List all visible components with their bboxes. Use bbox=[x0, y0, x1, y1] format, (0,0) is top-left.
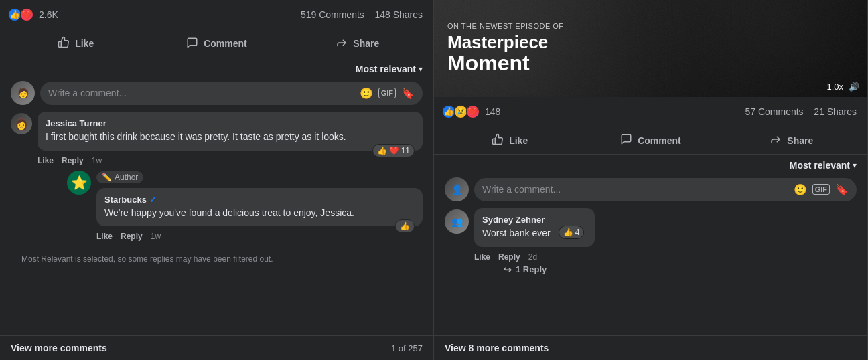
sydney-comment-actions: Like Reply 2d bbox=[474, 252, 857, 262]
video-title-line1: Masterpiece bbox=[447, 33, 854, 52]
sydney-reply-link[interactable]: ↪ 1 Reply bbox=[474, 262, 857, 278]
right-stats-text: 57 Comments 21 Shares bbox=[745, 106, 857, 117]
sydney-time: 2d bbox=[528, 252, 537, 262]
starbucks-comment-bubble: Starbucks ✓ We're happy you've found a d… bbox=[96, 188, 423, 227]
right-user-avatar: 👤 bbox=[445, 177, 469, 201]
sydney-like-reaction: 👍 bbox=[563, 228, 573, 237]
right-comment-input-box[interactable]: Write a comment... 🙂 GIF 🔖 bbox=[474, 178, 857, 201]
video-controls: 1.0x 🔊 bbox=[826, 82, 859, 92]
right-like-icon bbox=[492, 133, 504, 147]
starbucks-comment-text: We're happy you've found a delicious tre… bbox=[104, 207, 415, 220]
right-input-icons: 🙂 GIF 🔖 bbox=[794, 183, 849, 196]
right-comment-icon bbox=[620, 133, 632, 147]
jessica-comment-actions: Like Reply 1w bbox=[38, 156, 423, 165]
sticker-icon[interactable]: 🔖 bbox=[401, 87, 415, 100]
left-sort-label[interactable]: Most relevant bbox=[356, 64, 416, 74]
left-stats-text: 519 Comments 148 Shares bbox=[301, 9, 423, 20]
pen-icon: ✏️ bbox=[102, 173, 112, 182]
like-icon bbox=[58, 36, 70, 51]
left-view-more-button[interactable]: View more comments bbox=[11, 343, 107, 353]
jessica-like-reaction: 👍 bbox=[377, 146, 387, 155]
right-like-label: Like bbox=[509, 135, 528, 146]
starbucks-like-reaction: 👍 bbox=[400, 221, 410, 231]
reply-arrow-icon: ↪ bbox=[504, 264, 512, 275]
right-love-emoji: ❤️ bbox=[466, 105, 480, 118]
share-icon bbox=[336, 37, 348, 51]
comment-icon bbox=[186, 37, 198, 51]
left-comment-placeholder: Write a comment... bbox=[48, 88, 127, 98]
left-like-label: Like bbox=[75, 38, 94, 49]
video-subtitle: ON THE NEWEST EPISODE OF bbox=[447, 22, 854, 30]
video-speed[interactable]: 1.0x bbox=[826, 82, 843, 92]
left-like-button[interactable]: Like bbox=[5, 31, 146, 56]
author-badge: ✏️ Author bbox=[96, 171, 143, 183]
jessica-like-btn[interactable]: Like bbox=[38, 156, 54, 165]
right-gif-icon[interactable]: GIF bbox=[812, 184, 830, 195]
right-comment-placeholder: Write a comment... bbox=[482, 184, 561, 195]
right-sort-chevron: ▾ bbox=[853, 161, 857, 170]
right-panel: ON THE NEWEST EPISODE OF Masterpiece Mom… bbox=[434, 0, 868, 360]
starbucks-comment-actions: Like Reply 1w bbox=[96, 232, 423, 241]
right-view-more-bar: View 8 more comments bbox=[434, 335, 867, 360]
left-input-icons: 🙂 GIF 🔖 bbox=[360, 87, 415, 100]
filter-notice: Most Relevant is selected, so some repli… bbox=[11, 252, 423, 266]
right-emoji-icon[interactable]: 🙂 bbox=[794, 183, 807, 196]
starbucks-reply-container: ⭐ ✏️ Author Starbucks bbox=[67, 171, 423, 242]
right-comment-button[interactable]: Comment bbox=[580, 128, 721, 153]
right-comments-section: 👥 Sydney Zehner Worst bank ever 👍 4 bbox=[434, 205, 867, 335]
left-reaction-count: 2.6K bbox=[39, 9, 58, 20]
sydney-reaction-count: 4 bbox=[575, 228, 580, 237]
left-view-more-count: 1 of 257 bbox=[391, 343, 423, 353]
jessica-comment-text: I first bought this drink because it was… bbox=[46, 130, 415, 144]
starbucks-author: Starbucks ✓ bbox=[104, 195, 415, 205]
right-share-label: Share bbox=[787, 135, 813, 146]
left-actions-bar: Like Comment Share bbox=[0, 29, 433, 58]
right-like-emoji: 👍 bbox=[442, 105, 455, 118]
video-overlay: ON THE NEWEST EPISODE OF Masterpiece Mom… bbox=[434, 0, 867, 97]
starbucks-like-btn[interactable]: Like bbox=[96, 232, 113, 241]
video-thumbnail[interactable]: ON THE NEWEST EPISODE OF Masterpiece Mom… bbox=[434, 0, 867, 97]
sydney-author: Sydney Zehner bbox=[482, 215, 587, 225]
sydney-reply-btn[interactable]: Reply bbox=[498, 252, 520, 262]
right-like-button[interactable]: Like bbox=[439, 128, 580, 153]
left-panel: 👍 ❤️ 2.6K 519 Comments 148 Shares Like C… bbox=[0, 0, 434, 360]
jessica-reactions: 👍 ❤️ 11 bbox=[372, 144, 415, 157]
jessica-love-reaction: ❤️ bbox=[389, 146, 399, 155]
left-share-label: Share bbox=[353, 38, 379, 49]
starbucks-reply-item: ⭐ ✏️ Author Starbucks bbox=[67, 171, 423, 242]
sydney-comment-text: Worst bank ever bbox=[482, 227, 551, 240]
table-row: 👥 Sydney Zehner Worst bank ever 👍 4 bbox=[445, 208, 857, 278]
starbucks-verified: ✓ bbox=[149, 195, 157, 205]
right-sticker-icon[interactable]: 🔖 bbox=[835, 183, 849, 196]
left-stats-bar: 👍 ❤️ 2.6K 519 Comments 148 Shares bbox=[0, 0, 433, 29]
right-comment-label: Comment bbox=[638, 135, 681, 146]
right-share-button[interactable]: Share bbox=[721, 128, 862, 153]
left-share-button[interactable]: Share bbox=[287, 31, 428, 56]
like-emoji: 👍 bbox=[8, 8, 21, 21]
left-user-avatar: 🧑 bbox=[11, 81, 35, 105]
left-sort-bar: Most relevant ▾ bbox=[0, 58, 433, 77]
sydney-like-btn[interactable]: Like bbox=[474, 252, 490, 262]
starbucks-reply-btn[interactable]: Reply bbox=[121, 232, 143, 241]
left-comment-button[interactable]: Comment bbox=[146, 31, 287, 56]
jessica-reaction-count: 11 bbox=[401, 146, 410, 155]
volume-icon[interactable]: 🔊 bbox=[849, 82, 859, 92]
emoji-icon[interactable]: 🙂 bbox=[360, 87, 373, 100]
left-sort-chevron: ▾ bbox=[419, 64, 423, 74]
right-sort-label[interactable]: Most relevant bbox=[790, 160, 850, 171]
starbucks-avatar: ⭐ bbox=[67, 171, 91, 195]
right-stats-bar: 👍 😢 ❤️ 148 57 Comments 21 Shares bbox=[434, 97, 867, 126]
left-comment-input-box[interactable]: Write a comment... 🙂 GIF 🔖 bbox=[40, 82, 423, 105]
gif-icon[interactable]: GIF bbox=[378, 88, 396, 98]
video-title: Masterpiece Moment bbox=[447, 33, 854, 76]
right-reaction-count: 148 bbox=[485, 106, 500, 117]
table-row: 👩 Jessica Turner I first bought this dri… bbox=[11, 112, 423, 246]
sydney-comment-bubble: Sydney Zehner Worst bank ever 👍 4 bbox=[474, 208, 595, 247]
left-comment-label: Comment bbox=[204, 38, 247, 49]
jessica-reply-btn[interactable]: Reply bbox=[62, 156, 84, 165]
left-comment-input-row: 🧑 Write a comment... 🙂 GIF 🔖 bbox=[0, 77, 433, 109]
right-sort-bar: Most relevant ▾ bbox=[434, 155, 867, 173]
jessica-avatar: 👩 bbox=[11, 113, 32, 134]
right-view-more-button[interactable]: View 8 more comments bbox=[445, 343, 549, 353]
right-share-icon bbox=[770, 133, 782, 147]
